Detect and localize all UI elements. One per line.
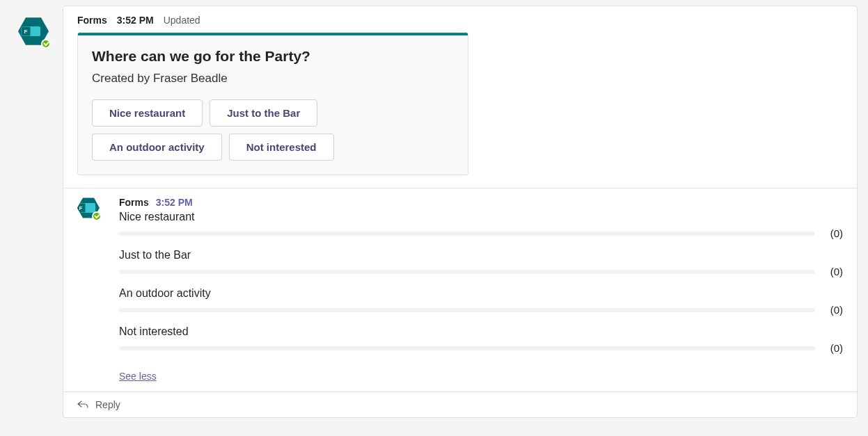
poll-creator: Created by Fraser Beadle	[92, 72, 454, 86]
result-label: Nice restaurant	[119, 211, 843, 223]
result-label: An outdoor activity	[119, 287, 843, 300]
message-header: Forms 3:52 PM Updated	[63, 6, 857, 26]
result-row-4: Not interested (0)	[119, 325, 843, 354]
result-count: (0)	[823, 304, 843, 316]
poll-title: Where can we go for the Party?	[92, 48, 454, 65]
result-count: (0)	[823, 342, 843, 354]
presence-available-icon	[41, 39, 51, 49]
result-row-3: An outdoor activity (0)	[119, 287, 843, 316]
result-count: (0)	[823, 227, 843, 239]
reply-avatar	[77, 197, 100, 219]
reply-label: Reply	[95, 399, 120, 410]
poll-option-4[interactable]: Not interested	[229, 134, 334, 161]
result-row-2: Just to the Bar (0)	[119, 249, 843, 277]
reply-input-row[interactable]: Reply	[63, 391, 857, 417]
result-row-1: Nice restaurant (0)	[119, 211, 843, 239]
result-count: (0)	[823, 266, 843, 277]
message-card: Forms 3:52 PM Updated Where can we go fo…	[63, 6, 858, 418]
result-label: Not interested	[119, 325, 843, 338]
result-label: Just to the Bar	[119, 249, 843, 261]
reply-sender-name[interactable]: Forms	[119, 197, 149, 208]
poll-option-2[interactable]: Just to the Bar	[210, 99, 317, 127]
poll-option-3[interactable]: An outdoor activity	[92, 134, 222, 161]
reply-time: 3:52 PM	[156, 197, 193, 208]
message-time: 3:52 PM	[117, 15, 154, 26]
result-bar	[119, 308, 815, 312]
reply-header: Forms 3:52 PM	[119, 197, 843, 208]
poll-option-1[interactable]: Nice restaurant	[92, 99, 203, 127]
presence-available-icon	[92, 211, 102, 221]
forms-app-icon	[77, 197, 100, 219]
forms-app-icon	[18, 16, 49, 47]
result-bar	[119, 232, 815, 236]
reply-arrow-icon	[77, 399, 88, 410]
result-bar	[119, 270, 815, 274]
reply-message: Forms 3:52 PM Nice restaurant (0) Just t…	[63, 188, 857, 391]
result-bar	[119, 346, 815, 350]
see-less-link[interactable]: See less	[119, 371, 157, 382]
poll-card: Where can we go for the Party? Created b…	[77, 33, 468, 175]
sender-name[interactable]: Forms	[77, 15, 107, 26]
poll-options: Nice restaurant Just to the Bar An outdo…	[92, 99, 454, 161]
updated-label: Updated	[164, 15, 200, 26]
sender-avatar	[18, 16, 49, 47]
